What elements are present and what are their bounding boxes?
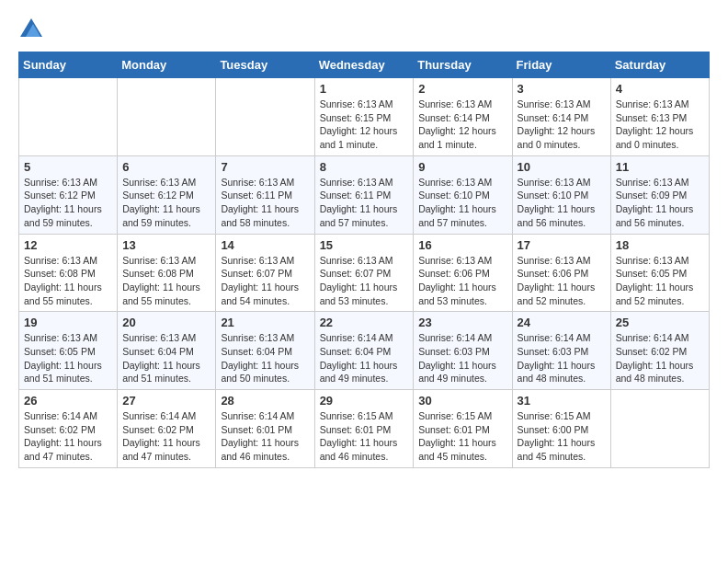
calendar-cell: 20Sunrise: 6:13 AM Sunset: 6:04 PM Dayli… bbox=[118, 312, 216, 390]
calendar-cell: 28Sunrise: 6:14 AM Sunset: 6:01 PM Dayli… bbox=[216, 390, 314, 468]
day-info: Sunrise: 6:14 AM Sunset: 6:03 PM Dayligh… bbox=[518, 331, 606, 385]
day-number: 22 bbox=[320, 316, 409, 329]
day-info: Sunrise: 6:13 AM Sunset: 6:11 PM Dayligh… bbox=[221, 176, 309, 230]
calendar-header-wednesday: Wednesday bbox=[314, 52, 414, 78]
day-number: 26 bbox=[24, 394, 112, 408]
calendar-cell: 19Sunrise: 6:13 AM Sunset: 6:05 PM Dayli… bbox=[19, 312, 118, 390]
calendar-week-row: 12Sunrise: 6:13 AM Sunset: 6:08 PM Dayli… bbox=[19, 234, 710, 312]
day-info: Sunrise: 6:13 AM Sunset: 6:10 PM Dayligh… bbox=[518, 176, 606, 230]
day-number: 23 bbox=[418, 316, 506, 329]
calendar-cell: 24Sunrise: 6:14 AM Sunset: 6:03 PM Dayli… bbox=[512, 312, 610, 390]
day-info: Sunrise: 6:13 AM Sunset: 6:14 PM Dayligh… bbox=[518, 98, 606, 152]
day-info: Sunrise: 6:13 AM Sunset: 6:06 PM Dayligh… bbox=[518, 254, 606, 308]
calendar-cell: 13Sunrise: 6:13 AM Sunset: 6:08 PM Dayli… bbox=[118, 234, 216, 312]
day-info: Sunrise: 6:13 AM Sunset: 6:09 PM Dayligh… bbox=[616, 176, 704, 230]
calendar-cell: 30Sunrise: 6:15 AM Sunset: 6:01 PM Dayli… bbox=[414, 390, 512, 468]
calendar-cell: 5Sunrise: 6:13 AM Sunset: 6:12 PM Daylig… bbox=[19, 155, 118, 234]
day-number: 27 bbox=[122, 394, 210, 408]
calendar-cell: 15Sunrise: 6:13 AM Sunset: 6:07 PM Dayli… bbox=[314, 234, 414, 312]
calendar-cell: 21Sunrise: 6:13 AM Sunset: 6:04 PM Dayli… bbox=[216, 312, 314, 390]
day-number: 30 bbox=[418, 394, 506, 408]
day-info: Sunrise: 6:13 AM Sunset: 6:06 PM Dayligh… bbox=[418, 254, 506, 308]
day-number: 14 bbox=[221, 238, 309, 252]
day-number: 5 bbox=[24, 160, 112, 174]
calendar-cell: 27Sunrise: 6:14 AM Sunset: 6:02 PM Dayli… bbox=[118, 390, 216, 468]
calendar-cell: 10Sunrise: 6:13 AM Sunset: 6:10 PM Dayli… bbox=[512, 155, 610, 234]
day-number: 7 bbox=[221, 160, 309, 174]
calendar-week-row: 19Sunrise: 6:13 AM Sunset: 6:05 PM Dayli… bbox=[19, 312, 710, 390]
day-info: Sunrise: 6:13 AM Sunset: 6:05 PM Dayligh… bbox=[616, 254, 704, 308]
calendar-cell: 3Sunrise: 6:13 AM Sunset: 6:14 PM Daylig… bbox=[512, 78, 610, 156]
day-info: Sunrise: 6:13 AM Sunset: 6:04 PM Dayligh… bbox=[221, 331, 309, 385]
calendar-cell: 7Sunrise: 6:13 AM Sunset: 6:11 PM Daylig… bbox=[216, 155, 314, 234]
calendar-cell: 25Sunrise: 6:14 AM Sunset: 6:02 PM Dayli… bbox=[610, 312, 709, 390]
day-info: Sunrise: 6:14 AM Sunset: 6:02 PM Dayligh… bbox=[616, 331, 704, 385]
day-number: 9 bbox=[418, 160, 506, 174]
day-info: Sunrise: 6:14 AM Sunset: 6:02 PM Dayligh… bbox=[24, 409, 112, 464]
calendar-cell: 26Sunrise: 6:14 AM Sunset: 6:02 PM Dayli… bbox=[19, 390, 118, 468]
day-number: 31 bbox=[518, 394, 606, 408]
day-info: Sunrise: 6:13 AM Sunset: 6:05 PM Dayligh… bbox=[24, 331, 112, 385]
day-number: 29 bbox=[320, 394, 409, 408]
calendar-cell bbox=[19, 78, 118, 156]
day-info: Sunrise: 6:15 AM Sunset: 6:00 PM Dayligh… bbox=[518, 409, 606, 464]
day-number: 24 bbox=[518, 316, 606, 329]
day-number: 8 bbox=[320, 160, 409, 174]
day-info: Sunrise: 6:13 AM Sunset: 6:12 PM Dayligh… bbox=[24, 176, 112, 230]
day-info: Sunrise: 6:14 AM Sunset: 6:01 PM Dayligh… bbox=[221, 409, 309, 464]
calendar-week-row: 1Sunrise: 6:13 AM Sunset: 6:15 PM Daylig… bbox=[19, 78, 710, 156]
calendar-header-tuesday: Tuesday bbox=[216, 52, 314, 78]
calendar-cell: 14Sunrise: 6:13 AM Sunset: 6:07 PM Dayli… bbox=[216, 234, 314, 312]
day-info: Sunrise: 6:15 AM Sunset: 6:01 PM Dayligh… bbox=[320, 409, 409, 464]
calendar-cell bbox=[118, 78, 216, 156]
day-info: Sunrise: 6:13 AM Sunset: 6:15 PM Dayligh… bbox=[320, 98, 409, 152]
day-number: 4 bbox=[616, 82, 704, 96]
calendar-header-thursday: Thursday bbox=[414, 52, 512, 78]
day-info: Sunrise: 6:13 AM Sunset: 6:12 PM Dayligh… bbox=[122, 176, 210, 230]
calendar-cell: 16Sunrise: 6:13 AM Sunset: 6:06 PM Dayli… bbox=[414, 234, 512, 312]
day-number: 11 bbox=[616, 160, 704, 174]
calendar-header-sunday: Sunday bbox=[19, 52, 118, 78]
day-number: 18 bbox=[616, 238, 704, 252]
logo bbox=[18, 18, 42, 37]
calendar-week-row: 5Sunrise: 6:13 AM Sunset: 6:12 PM Daylig… bbox=[19, 155, 710, 234]
day-number: 2 bbox=[418, 82, 506, 96]
calendar-header-saturday: Saturday bbox=[610, 52, 709, 78]
calendar-cell: 17Sunrise: 6:13 AM Sunset: 6:06 PM Dayli… bbox=[512, 234, 610, 312]
calendar-cell: 6Sunrise: 6:13 AM Sunset: 6:12 PM Daylig… bbox=[118, 155, 216, 234]
day-number: 6 bbox=[122, 160, 210, 174]
day-number: 28 bbox=[221, 394, 309, 408]
day-info: Sunrise: 6:13 AM Sunset: 6:14 PM Dayligh… bbox=[418, 98, 506, 152]
day-info: Sunrise: 6:13 AM Sunset: 6:08 PM Dayligh… bbox=[24, 254, 112, 308]
calendar-cell: 29Sunrise: 6:15 AM Sunset: 6:01 PM Dayli… bbox=[314, 390, 414, 468]
day-number: 25 bbox=[616, 316, 704, 329]
day-info: Sunrise: 6:13 AM Sunset: 6:07 PM Dayligh… bbox=[221, 254, 309, 308]
page-header bbox=[18, 18, 710, 37]
day-number: 15 bbox=[320, 238, 409, 252]
calendar-cell: 22Sunrise: 6:14 AM Sunset: 6:04 PM Dayli… bbox=[314, 312, 414, 390]
day-number: 13 bbox=[122, 238, 210, 252]
calendar-cell: 9Sunrise: 6:13 AM Sunset: 6:10 PM Daylig… bbox=[414, 155, 512, 234]
day-info: Sunrise: 6:15 AM Sunset: 6:01 PM Dayligh… bbox=[418, 409, 506, 464]
calendar-cell: 23Sunrise: 6:14 AM Sunset: 6:03 PM Dayli… bbox=[414, 312, 512, 390]
day-number: 12 bbox=[24, 238, 112, 252]
day-info: Sunrise: 6:13 AM Sunset: 6:11 PM Dayligh… bbox=[320, 176, 409, 230]
day-info: Sunrise: 6:13 AM Sunset: 6:07 PM Dayligh… bbox=[320, 254, 409, 308]
day-number: 19 bbox=[24, 316, 112, 329]
day-number: 21 bbox=[221, 316, 309, 329]
calendar-cell: 2Sunrise: 6:13 AM Sunset: 6:14 PM Daylig… bbox=[414, 78, 512, 156]
calendar-week-row: 26Sunrise: 6:14 AM Sunset: 6:02 PM Dayli… bbox=[19, 390, 710, 468]
logo-icon bbox=[20, 18, 42, 37]
calendar-table: SundayMondayTuesdayWednesdayThursdayFrid… bbox=[18, 52, 710, 468]
day-number: 20 bbox=[122, 316, 210, 329]
calendar-cell: 8Sunrise: 6:13 AM Sunset: 6:11 PM Daylig… bbox=[314, 155, 414, 234]
day-number: 16 bbox=[418, 238, 506, 252]
calendar-header-row: SundayMondayTuesdayWednesdayThursdayFrid… bbox=[19, 52, 710, 78]
day-info: Sunrise: 6:13 AM Sunset: 6:13 PM Dayligh… bbox=[616, 98, 704, 152]
day-number: 3 bbox=[518, 82, 606, 96]
calendar-cell: 4Sunrise: 6:13 AM Sunset: 6:13 PM Daylig… bbox=[610, 78, 709, 156]
day-info: Sunrise: 6:13 AM Sunset: 6:04 PM Dayligh… bbox=[122, 331, 210, 385]
day-number: 10 bbox=[518, 160, 606, 174]
day-number: 1 bbox=[320, 82, 409, 96]
day-number: 17 bbox=[518, 238, 606, 252]
